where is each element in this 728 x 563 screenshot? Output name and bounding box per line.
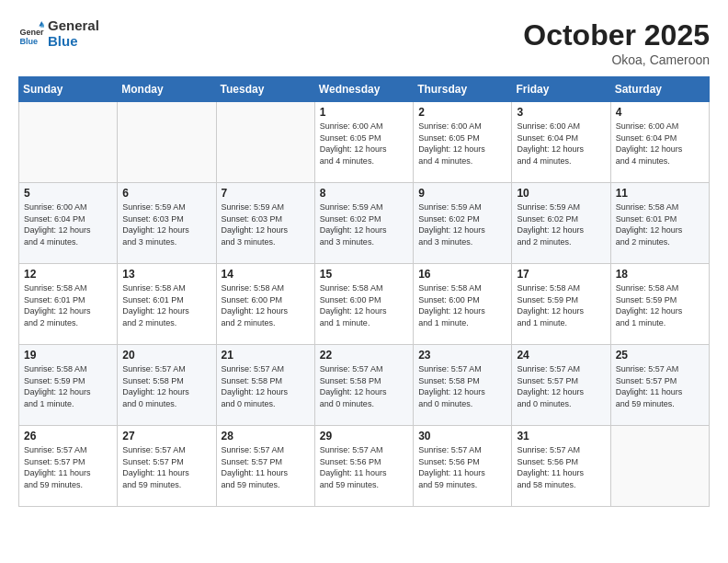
calendar-cell: 28Sunrise: 5:57 AM Sunset: 5:57 PM Dayli… [216,426,314,507]
day-info: Sunrise: 5:57 AM Sunset: 5:57 PM Dayligh… [122,444,210,490]
day-info: Sunrise: 5:57 AM Sunset: 5:56 PM Dayligh… [418,444,506,490]
calendar-cell: 11Sunrise: 5:58 AM Sunset: 6:01 PM Dayli… [610,183,709,264]
calendar-cell: 27Sunrise: 5:57 AM Sunset: 5:57 PM Dayli… [118,426,216,507]
weekday-header-friday: Friday [512,77,610,102]
day-info: Sunrise: 5:57 AM Sunset: 5:56 PM Dayligh… [320,444,408,490]
day-info: Sunrise: 5:59 AM Sunset: 6:02 PM Dayligh… [418,201,506,247]
weekday-header-tuesday: Tuesday [216,77,314,102]
day-info: Sunrise: 5:57 AM Sunset: 5:57 PM Dayligh… [517,363,605,409]
calendar-cell: 20Sunrise: 5:57 AM Sunset: 5:58 PM Dayli… [118,345,216,426]
logo: General Blue General Blue [18,18,99,49]
day-number: 1 [320,106,408,119]
page-header: General Blue General Blue October 2025 O… [18,18,710,67]
day-info: Sunrise: 5:59 AM Sunset: 6:03 PM Dayligh… [222,201,310,247]
day-info: Sunrise: 5:58 AM Sunset: 6:01 PM Dayligh… [122,282,210,328]
day-info: Sunrise: 5:57 AM Sunset: 5:58 PM Dayligh… [320,363,408,409]
calendar-cell: 24Sunrise: 5:57 AM Sunset: 5:57 PM Dayli… [512,345,610,426]
calendar-cell: 1Sunrise: 6:00 AM Sunset: 6:05 PM Daylig… [314,102,413,183]
day-number: 30 [418,430,506,442]
day-number: 14 [222,268,310,281]
calendar-cell: 17Sunrise: 5:58 AM Sunset: 5:59 PM Dayli… [512,264,610,345]
calendar-cell [216,102,314,183]
svg-text:Blue: Blue [19,37,38,46]
calendar-cell: 21Sunrise: 5:57 AM Sunset: 5:58 PM Dayli… [216,345,314,426]
day-number: 15 [320,268,408,281]
day-info: Sunrise: 6:00 AM Sunset: 6:04 PM Dayligh… [24,201,112,247]
calendar-cell: 14Sunrise: 5:58 AM Sunset: 6:00 PM Dayli… [216,264,314,345]
logo-icon: General Blue [18,21,44,47]
day-number: 31 [517,430,605,442]
calendar-cell: 19Sunrise: 5:58 AM Sunset: 5:59 PM Dayli… [19,345,118,426]
day-info: Sunrise: 5:58 AM Sunset: 6:00 PM Dayligh… [222,282,310,328]
day-info: Sunrise: 5:57 AM Sunset: 5:58 PM Dayligh… [122,363,210,409]
calendar-cell: 7Sunrise: 5:59 AM Sunset: 6:03 PM Daylig… [216,183,314,264]
day-number: 8 [320,187,408,200]
day-info: Sunrise: 5:58 AM Sunset: 6:00 PM Dayligh… [418,282,506,328]
calendar-cell [118,102,216,183]
calendar-cell: 22Sunrise: 5:57 AM Sunset: 5:58 PM Dayli… [314,345,413,426]
day-number: 29 [320,430,408,442]
weekday-header-monday: Monday [118,77,216,102]
calendar-cell: 23Sunrise: 5:57 AM Sunset: 5:58 PM Dayli… [414,345,512,426]
day-number: 27 [122,430,210,442]
day-number: 23 [418,349,506,362]
logo-general: General [48,18,99,34]
day-number: 6 [122,187,210,200]
day-number: 3 [517,106,605,119]
day-number: 7 [222,187,310,200]
day-info: Sunrise: 5:57 AM Sunset: 5:57 PM Dayligh… [24,444,112,490]
day-info: Sunrise: 5:57 AM Sunset: 5:58 PM Dayligh… [418,363,506,409]
day-info: Sunrise: 5:57 AM Sunset: 5:56 PM Dayligh… [517,444,605,490]
day-number: 24 [517,349,605,362]
calendar-cell: 30Sunrise: 5:57 AM Sunset: 5:56 PM Dayli… [414,426,512,507]
calendar-cell [19,102,118,183]
calendar-week-3: 12Sunrise: 5:58 AM Sunset: 6:01 PM Dayli… [19,264,710,345]
day-info: Sunrise: 6:00 AM Sunset: 6:05 PM Dayligh… [320,121,408,167]
day-number: 4 [616,106,704,119]
day-info: Sunrise: 6:00 AM Sunset: 6:04 PM Dayligh… [616,121,704,167]
day-number: 5 [24,187,112,200]
month-year-title: October 2025 [523,18,710,52]
day-number: 10 [517,187,605,200]
location-subtitle: Okoa, Cameroon [523,52,710,67]
day-info: Sunrise: 5:59 AM Sunset: 6:02 PM Dayligh… [320,201,408,247]
day-info: Sunrise: 6:00 AM Sunset: 6:05 PM Dayligh… [418,121,506,167]
weekday-header-row: SundayMondayTuesdayWednesdayThursdayFrid… [19,77,710,102]
day-number: 17 [517,268,605,281]
calendar-cell: 15Sunrise: 5:58 AM Sunset: 6:00 PM Dayli… [314,264,413,345]
calendar-cell: 8Sunrise: 5:59 AM Sunset: 6:02 PM Daylig… [314,183,413,264]
calendar-cell: 25Sunrise: 5:57 AM Sunset: 5:57 PM Dayli… [610,345,709,426]
day-number: 19 [24,349,112,362]
calendar-cell: 26Sunrise: 5:57 AM Sunset: 5:57 PM Dayli… [19,426,118,507]
day-number: 13 [122,268,210,281]
day-number: 22 [320,349,408,362]
weekday-header-sunday: Sunday [19,77,118,102]
day-number: 20 [122,349,210,362]
day-info: Sunrise: 5:58 AM Sunset: 6:00 PM Dayligh… [320,282,408,328]
day-number: 9 [418,187,506,200]
calendar-cell: 5Sunrise: 6:00 AM Sunset: 6:04 PM Daylig… [19,183,118,264]
day-number: 2 [418,106,506,119]
day-number: 11 [616,187,704,200]
calendar-cell: 18Sunrise: 5:58 AM Sunset: 5:59 PM Dayli… [610,264,709,345]
day-number: 12 [24,268,112,281]
day-info: Sunrise: 5:59 AM Sunset: 6:02 PM Dayligh… [517,201,605,247]
calendar-cell: 12Sunrise: 5:58 AM Sunset: 6:01 PM Dayli… [19,264,118,345]
calendar-table: SundayMondayTuesdayWednesdayThursdayFrid… [18,76,710,507]
day-number: 16 [418,268,506,281]
day-info: Sunrise: 5:57 AM Sunset: 5:57 PM Dayligh… [222,444,310,490]
day-info: Sunrise: 5:58 AM Sunset: 6:01 PM Dayligh… [616,201,704,247]
weekday-header-thursday: Thursday [414,77,512,102]
calendar-cell: 2Sunrise: 6:00 AM Sunset: 6:05 PM Daylig… [414,102,512,183]
day-info: Sunrise: 6:00 AM Sunset: 6:04 PM Dayligh… [517,121,605,167]
calendar-cell: 29Sunrise: 5:57 AM Sunset: 5:56 PM Dayli… [314,426,413,507]
calendar-cell: 4Sunrise: 6:00 AM Sunset: 6:04 PM Daylig… [610,102,709,183]
calendar-cell: 9Sunrise: 5:59 AM Sunset: 6:02 PM Daylig… [414,183,512,264]
day-info: Sunrise: 5:58 AM Sunset: 5:59 PM Dayligh… [616,282,704,328]
day-number: 21 [222,349,310,362]
title-block: October 2025 Okoa, Cameroon [523,18,710,67]
day-number: 25 [616,349,704,362]
day-info: Sunrise: 5:58 AM Sunset: 5:59 PM Dayligh… [24,363,112,409]
day-info: Sunrise: 5:57 AM Sunset: 5:57 PM Dayligh… [616,363,704,409]
day-number: 26 [24,430,112,442]
